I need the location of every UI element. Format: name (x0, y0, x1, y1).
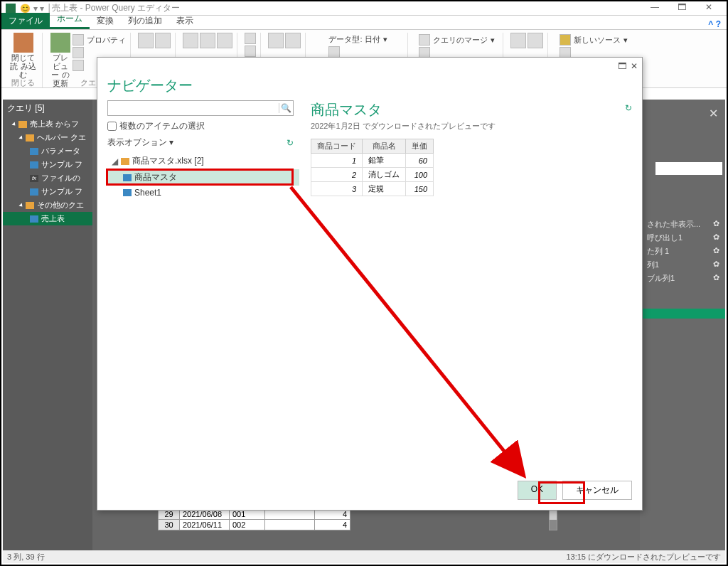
preview-table: 商品コード 商品名 単価 1鉛筆60 2消しゴム100 3定規150 (311, 139, 434, 196)
queries-pane: クエリ [5] 売上表 からフ ヘルパー クエ パラメータ サンプル フ fxフ… (3, 100, 92, 550)
queries-tree: 売上表 からフ ヘルパー クエ パラメータ サンプル フ fxファイルの サンプ… (3, 117, 92, 225)
search-input[interactable] (108, 103, 279, 114)
tab-transform[interactable]: 変換 (90, 13, 121, 29)
dialog-close-button[interactable]: ✕ (631, 61, 638, 71)
tab-addcolumn[interactable]: 列の追加 (121, 13, 169, 29)
multi-select-label: 複数のアイテムの選択 (119, 120, 205, 132)
datatype-dropdown[interactable]: データ型: 日付 ▾ (328, 34, 387, 45)
dialog-title: ナビゲーター (97, 75, 642, 102)
navigator-search[interactable]: 🔍 (107, 100, 294, 116)
multi-select-checkbox[interactable] (107, 122, 117, 131)
excel-icon (6, 4, 16, 14)
query-settings-pane: ✕ された非表示...✿ 呼び出し1✿ た列 1✿ 列1✿ ブル列1✿ (640, 100, 725, 550)
close-icon[interactable]: ✕ (709, 107, 718, 120)
emoji-icon: 😊 (20, 4, 31, 14)
dialog-maximize-button[interactable]: 🗖 (618, 61, 626, 71)
queries-title: クエリ [5] (3, 100, 92, 117)
new-source-button[interactable]: 新しいソース ▾ (560, 34, 628, 46)
svg-line-0 (291, 187, 524, 476)
annotation-box-ok (538, 481, 585, 504)
tree-file-node[interactable]: ◢ 商品マスタ.xlsx [2] (107, 153, 299, 169)
file-tab[interactable]: ファイル (1, 13, 50, 29)
status-left: 3 列, 39 行 (7, 552, 45, 562)
preview-subtitle: 2022年1月2日 でダウンロードされたプレビューです (311, 121, 632, 132)
query-selected[interactable]: 売上表 (3, 212, 92, 225)
applied-steps: された非表示...✿ 呼び出し1✿ た列 1✿ 列1✿ ブル列1✿ (644, 218, 722, 285)
display-options-dropdown[interactable]: 表示オプション ▾ (107, 137, 173, 149)
ribbon-tabs: ファイル ホーム 変換 列の追加 表示 ^ ? (1, 16, 727, 30)
tab-home[interactable]: ホーム (50, 11, 90, 29)
merge-queries-button[interactable]: クエリのマージ ▾ (419, 34, 495, 46)
status-right: 13:15 にダウンロードされたプレビューです (566, 552, 721, 562)
search-icon[interactable]: 🔍 (279, 103, 293, 113)
status-bar: 3 列, 39 行 13:15 にダウンロードされたプレビューです (3, 550, 725, 563)
close-window-button[interactable]: ✕ (695, 2, 722, 15)
refresh-preview-icon[interactable]: ↻ (625, 103, 632, 113)
help-icon[interactable]: ^ ? (708, 19, 721, 29)
preview-title: 商品マスタ (311, 100, 632, 119)
minimize-button[interactable]: — (641, 2, 668, 15)
navigator-dialog: 🗖 ✕ ナビゲーター 🔍 複数のアイテムの選択 表示オプション ▾ ↻ ◢ (97, 57, 643, 511)
properties-button[interactable]: プロパティ (73, 34, 126, 46)
tree-folder[interactable]: 売上表 からフ (3, 117, 92, 131)
tab-view[interactable]: 表示 (169, 13, 200, 29)
annotation-box (106, 169, 294, 186)
tree-item[interactable]: Sheet1 (107, 186, 299, 200)
refresh-preview-button[interactable]: プレビュー の更新 (50, 33, 71, 87)
maximize-button[interactable]: 🗖 (668, 2, 695, 15)
close-load-button[interactable]: 閉じて読 み込む (9, 33, 38, 79)
refresh-tree-icon[interactable]: ↻ (287, 138, 294, 148)
settings-input[interactable] (655, 162, 722, 175)
